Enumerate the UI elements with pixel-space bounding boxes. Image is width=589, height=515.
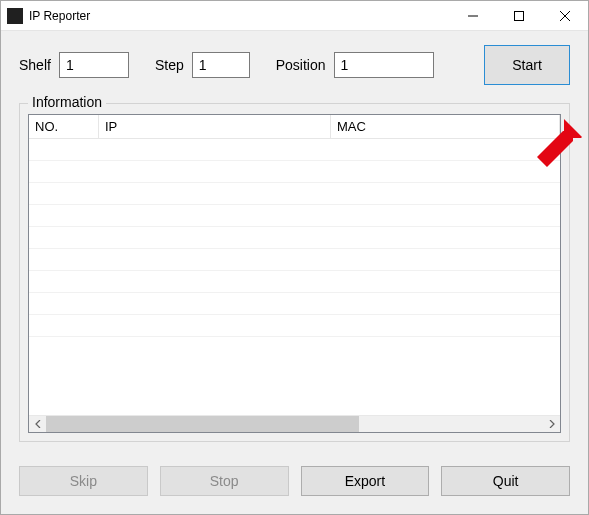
group-title: Information	[28, 94, 106, 110]
table-row	[29, 205, 560, 227]
app-title: IP Reporter	[29, 9, 450, 23]
maximize-button[interactable]	[496, 1, 542, 31]
grid-body	[29, 139, 560, 415]
scroll-right-icon[interactable]	[543, 416, 560, 432]
information-group: Information NO. IP MAC	[19, 103, 570, 442]
close-button[interactable]	[542, 1, 588, 31]
scroll-left-icon[interactable]	[29, 416, 46, 432]
step-input[interactable]	[192, 52, 250, 78]
scrollbar-track[interactable]	[46, 416, 543, 432]
minimize-button[interactable]	[450, 1, 496, 31]
table-row	[29, 183, 560, 205]
minimize-icon	[468, 11, 478, 21]
parameters-row: Shelf Step Position Start	[19, 45, 570, 85]
close-icon	[560, 11, 570, 21]
bottom-buttons: Skip Stop Export Quit	[19, 466, 570, 496]
quit-button[interactable]: Quit	[441, 466, 570, 496]
table-row	[29, 293, 560, 315]
horizontal-scrollbar[interactable]	[29, 415, 560, 432]
data-grid[interactable]: NO. IP MAC	[28, 114, 561, 433]
table-row	[29, 161, 560, 183]
maximize-icon	[514, 11, 524, 21]
position-input[interactable]	[334, 52, 434, 78]
table-row	[29, 315, 560, 337]
position-label: Position	[276, 57, 326, 73]
app-icon	[7, 8, 23, 24]
column-no[interactable]: NO.	[29, 115, 99, 138]
titlebar: IP Reporter	[1, 1, 588, 31]
step-label: Step	[155, 57, 184, 73]
column-mac[interactable]: MAC	[331, 115, 560, 138]
column-ip[interactable]: IP	[99, 115, 331, 138]
table-row	[29, 227, 560, 249]
export-button[interactable]: Export	[301, 466, 430, 496]
scrollbar-thumb[interactable]	[46, 416, 359, 432]
table-row	[29, 139, 560, 161]
skip-button[interactable]: Skip	[19, 466, 148, 496]
content-area: Shelf Step Position Start Information NO…	[1, 31, 588, 514]
shelf-input[interactable]	[59, 52, 129, 78]
shelf-label: Shelf	[19, 57, 51, 73]
svg-rect-1	[515, 12, 524, 21]
start-button[interactable]: Start	[484, 45, 570, 85]
window-controls	[450, 1, 588, 30]
table-row	[29, 249, 560, 271]
app-window: IP Reporter Shelf Step Position Start	[0, 0, 589, 515]
grid-header: NO. IP MAC	[29, 115, 560, 139]
stop-button[interactable]: Stop	[160, 466, 289, 496]
table-row	[29, 271, 560, 293]
